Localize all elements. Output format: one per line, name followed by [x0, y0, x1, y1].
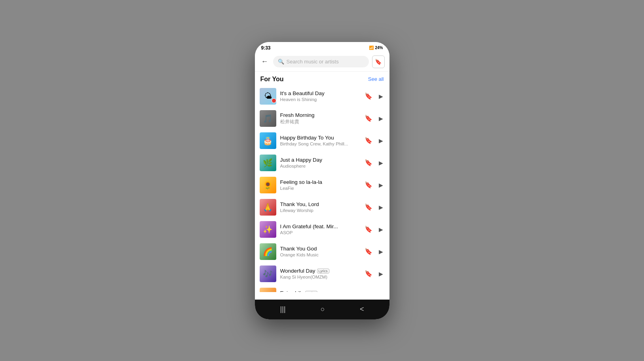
album-art: 🌿 — [260, 155, 276, 171]
album-art-emoji: ✨ — [260, 221, 276, 238]
list-item[interactable]: 🎂Happy Birthday To YouBirthday Song Crew… — [255, 130, 389, 152]
song-actions: 🔖▶ — [363, 290, 385, 292]
bookmark-song-button[interactable]: 🔖 — [363, 202, 374, 212]
song-artist: 松井祐貴 — [280, 119, 359, 125]
album-art: 🌤 — [260, 88, 276, 105]
song-actions: 🔖▶ — [363, 157, 385, 168]
section-header: For You See all — [255, 72, 389, 85]
song-artist: Birthday Song Crew, Kathy Phill... — [280, 141, 359, 146]
song-info: Thank You, LordLifeway Worship — [280, 201, 359, 213]
play-button[interactable]: ▶ — [377, 92, 385, 101]
bookmark-song-button[interactable]: 🔖 — [363, 180, 374, 190]
song-title: Fresh Morning — [280, 112, 359, 118]
app-content: ← 🔍 Search music or artists 🔖 For You Se… — [255, 52, 389, 292]
song-actions: 🔖▶ — [363, 91, 385, 101]
recents-nav-button[interactable]: ||| — [280, 305, 286, 313]
song-artist: Lifeway Worship — [280, 208, 359, 213]
song-title: Thank You, Lord — [280, 201, 359, 207]
list-item[interactable]: 🎵Fresh Morning松井祐貴🔖▶ — [255, 107, 389, 130]
list-item[interactable]: 🎶Wonderful DayLyricsKang Si Hyeon(OMZM)🔖… — [255, 263, 389, 285]
album-art: 🎶 — [260, 265, 276, 282]
album-art: 🌻 — [260, 177, 276, 193]
play-button[interactable]: ▶ — [377, 291, 385, 292]
play-button[interactable]: ▶ — [377, 136, 385, 145]
search-input-wrap[interactable]: 🔍 Search music or artists — [273, 56, 369, 67]
list-item[interactable]: 🌤It's a Beautiful DayHeaven is Shining🔖▶ — [255, 85, 389, 107]
song-info: Wonderful DayLyricsKang Si Hyeon(OMZM) — [280, 268, 359, 279]
song-info: Just a Happy DayAudiosphere — [280, 157, 359, 168]
album-art-emoji: 🌻 — [260, 177, 276, 193]
song-title: Feeling so la-la-la — [280, 179, 359, 185]
song-artist: ASOP — [280, 230, 359, 235]
bookmark-button[interactable]: 🔖 — [372, 55, 385, 68]
status-icons: 📶 24% — [369, 46, 383, 50]
song-artist: LeaFie — [280, 186, 359, 191]
song-title: I Am Grateful (feat. Mir... — [280, 223, 359, 229]
back-nav-button[interactable]: < — [360, 305, 364, 313]
home-nav-button[interactable]: ○ — [321, 305, 325, 313]
album-art: 🌈 — [260, 243, 276, 260]
bookmark-song-button[interactable]: 🔖 — [363, 268, 374, 279]
bookmark-song-button[interactable]: 🔖 — [363, 113, 374, 124]
bookmark-song-button[interactable]: 🔖 — [363, 290, 374, 292]
song-artist: Kang Si Hyeon(OMZM) — [280, 275, 359, 279]
play-button[interactable]: ▶ — [377, 269, 385, 279]
signal-icon: 📶 — [369, 46, 374, 50]
song-actions: 🔖▶ — [363, 202, 385, 212]
phone-frame: 9:33 📶 24% ← 🔍 Search music or artists 🔖… — [255, 42, 389, 319]
song-info: It's a Beautiful DayHeaven is Shining — [280, 90, 359, 102]
song-info: Enjoy LifeLyricsAirr — [280, 290, 359, 292]
play-button[interactable]: ▶ — [377, 225, 385, 234]
song-title: Wonderful DayLyrics — [280, 268, 359, 274]
song-artist: Orange Kids Music — [280, 252, 359, 257]
list-item[interactable]: ✨I Am Grateful (feat. Mir...ASOP🔖▶ — [255, 218, 389, 241]
notification-dot — [272, 98, 276, 103]
album-art: ✨ — [260, 221, 276, 238]
song-title: Enjoy LifeLyrics — [280, 290, 359, 292]
lyrics-badge: Lyrics — [305, 291, 317, 292]
album-art-emoji: 🎂 — [260, 132, 276, 149]
list-item[interactable]: 🌿Just a Happy DayAudiosphere🔖▶ — [255, 152, 389, 174]
battery-text: 24% — [375, 46, 383, 50]
play-button[interactable]: ▶ — [377, 247, 385, 256]
song-title: Happy Birthday To You — [280, 135, 359, 141]
search-icon: 🔍 — [278, 59, 284, 65]
search-bar: ← 🔍 Search music or artists 🔖 — [255, 52, 389, 72]
list-item[interactable]: 🌻Feeling so la-la-laLeaFie🔖▶ — [255, 174, 389, 196]
album-art-emoji: 🎸 — [260, 288, 276, 292]
album-art-emoji: 🌿 — [260, 155, 276, 171]
song-actions: 🔖▶ — [363, 135, 385, 146]
album-art: 🎸 — [260, 288, 276, 292]
list-item[interactable]: 🙏Thank You, LordLifeway Worship🔖▶ — [255, 196, 389, 218]
bookmark-song-button[interactable]: 🔖 — [363, 135, 374, 146]
bookmark-song-button[interactable]: 🔖 — [363, 246, 374, 257]
list-item[interactable]: 🌈Thank You GodOrange Kids Music🔖▶ — [255, 241, 389, 263]
song-actions: 🔖▶ — [363, 224, 385, 235]
play-button[interactable]: ▶ — [377, 114, 385, 123]
play-button[interactable]: ▶ — [377, 158, 385, 168]
status-time: 9:33 — [261, 45, 271, 51]
song-title: Just a Happy Day — [280, 157, 359, 163]
bookmark-song-button[interactable]: 🔖 — [363, 91, 374, 101]
play-button[interactable]: ▶ — [377, 202, 385, 212]
bookmark-song-button[interactable]: 🔖 — [363, 157, 374, 168]
song-artist: Heaven is Shining — [280, 97, 359, 102]
song-actions: 🔖▶ — [363, 246, 385, 257]
album-art: 🙏 — [260, 199, 276, 216]
see-all-button[interactable]: See all — [368, 76, 384, 82]
back-button[interactable]: ← — [260, 56, 270, 67]
search-placeholder: Search music or artists — [287, 59, 339, 65]
album-art-emoji: 🌈 — [260, 243, 276, 260]
lyrics-badge: Lyrics — [317, 269, 329, 273]
song-info: Happy Birthday To YouBirthday Song Crew,… — [280, 135, 359, 146]
song-info: Fresh Morning松井祐貴 — [280, 112, 359, 125]
list-item[interactable]: 🎸Enjoy LifeLyricsAirr🔖▶ — [255, 285, 389, 292]
song-info: Feeling so la-la-laLeaFie — [280, 179, 359, 191]
play-button[interactable]: ▶ — [377, 180, 385, 190]
song-actions: 🔖▶ — [363, 113, 385, 124]
bookmark-song-button[interactable]: 🔖 — [363, 224, 374, 235]
album-art-emoji: 🎵 — [260, 110, 276, 127]
album-art-emoji: 🎶 — [260, 265, 276, 282]
song-title: It's a Beautiful Day — [280, 90, 359, 96]
bookmark-icon: 🔖 — [375, 59, 382, 65]
